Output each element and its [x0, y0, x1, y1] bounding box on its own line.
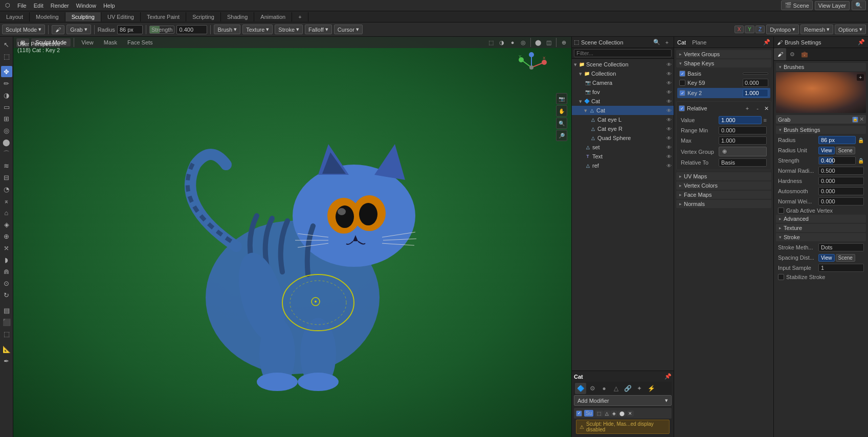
view-layer-selector[interactable]: View Layer: [815, 1, 850, 10]
brush-tab-workspace[interactable]: 💼: [798, 48, 811, 60]
menu-window[interactable]: Window: [73, 2, 99, 10]
sk-key2-check[interactable]: ✓: [679, 90, 685, 96]
outliner-add[interactable]: +: [662, 38, 672, 47]
tool-draw[interactable]: ✏: [1, 78, 12, 89]
eye-quad[interactable]: 👁: [666, 135, 672, 141]
tab-constraints[interactable]: 🔗: [622, 383, 633, 394]
tab-modifier[interactable]: ⚙: [587, 383, 598, 394]
tab-uv-editing[interactable]: UV Editing: [101, 12, 141, 21]
vp-icon-shading2[interactable]: ◑: [497, 38, 506, 47]
eye-eyer[interactable]: 👁: [666, 126, 672, 132]
menu-file[interactable]: File: [14, 2, 30, 10]
outliner-search-input[interactable]: [574, 49, 672, 57]
tab-sculpting[interactable]: Sculpting: [65, 12, 101, 21]
rel-chevron[interactable]: ✕: [764, 105, 769, 112]
nav-hand[interactable]: ✋: [556, 105, 567, 117]
eye-ref[interactable]: 👁: [666, 163, 672, 169]
rel-plus[interactable]: +: [743, 104, 752, 113]
outliner-cat-obj[interactable]: ▾ 🔷 Cat 👁: [572, 97, 674, 106]
strength-field[interactable]: 0.400: [818, 156, 856, 165]
axis-x[interactable]: X: [735, 26, 744, 33]
tab-data[interactable]: △: [610, 383, 621, 394]
autosmooth-field[interactable]: 0.000: [818, 187, 864, 195]
scene-selector[interactable]: 🎬 Scene: [781, 1, 813, 10]
normal-radius-field[interactable]: 0.500: [818, 167, 864, 175]
nav-zoom-out[interactable]: 🔍: [556, 118, 567, 129]
outliner-scene-collection[interactable]: ▾ 📁 Scene Collection 👁: [572, 60, 674, 69]
eye-set[interactable]: 👁: [666, 145, 672, 150]
vertex-group-selector[interactable]: ⊕: [719, 147, 767, 156]
menu-help[interactable]: Help: [100, 2, 118, 10]
sk-key59-check[interactable]: [679, 80, 685, 86]
eye-scene[interactable]: 👁: [666, 62, 672, 67]
uv-maps-section[interactable]: ▸ UV Maps: [676, 172, 771, 180]
tab-layout[interactable]: Layout: [0, 12, 30, 21]
tool-flatten[interactable]: ⊟: [1, 172, 12, 183]
tool-clay[interactable]: ◑: [1, 89, 12, 101]
tool-select[interactable]: ↖: [1, 39, 12, 50]
radius-view-btn[interactable]: View: [818, 147, 835, 154]
radius-input[interactable]: [117, 25, 143, 34]
brush-selector[interactable]: 🖌: [52, 25, 64, 34]
outliner-cat-mesh[interactable]: ▾ △ Cat 👁: [572, 106, 674, 115]
tool-pose[interactable]: ⋒: [1, 266, 12, 277]
max-field[interactable]: 1.000: [719, 136, 767, 145]
dyntopo-btn[interactable]: Dyntopo▾: [766, 25, 799, 34]
vp-xray[interactable]: ◫: [544, 38, 553, 47]
axis-y[interactable]: Y: [745, 26, 754, 33]
search-btn[interactable]: 🔍: [852, 1, 866, 10]
tool-crease[interactable]: ⌒: [1, 148, 12, 159]
vp-icon-shading1[interactable]: ⬚: [486, 38, 496, 47]
tab-physics[interactable]: ⚡: [646, 383, 657, 394]
tab-particles[interactable]: ✦: [634, 383, 645, 394]
spacing-scene-btn[interactable]: Scene: [836, 254, 855, 262]
vp-face-sets-menu[interactable]: Face Sets: [123, 38, 157, 47]
tab-animation[interactable]: Animation: [254, 12, 292, 21]
mod-enable[interactable]: ✓: [576, 410, 582, 417]
sk-key59[interactable]: Key 59 0.000: [677, 78, 770, 88]
strength-lock[interactable]: 🔒: [858, 158, 864, 164]
eye-cam[interactable]: 👁: [666, 80, 672, 86]
tool-elastic[interactable]: ⊕: [1, 231, 12, 242]
rel-minus[interactable]: -: [753, 104, 762, 113]
menu-blender[interactable]: ⬡: [2, 1, 13, 10]
tool-layer[interactable]: ⊞: [1, 113, 12, 124]
outliner-camera[interactable]: 📷 Camera 👁: [572, 78, 674, 87]
tab-shading[interactable]: Shading: [221, 12, 254, 21]
eye-cat-mesh[interactable]: 👁: [666, 108, 672, 113]
tab-object[interactable]: 🔷: [575, 383, 586, 394]
eye-eyel[interactable]: 👁: [666, 117, 672, 123]
normal-weight-field[interactable]: 0.000: [818, 197, 864, 205]
tab-scripting[interactable]: Scripting: [186, 12, 221, 21]
normals-section[interactable]: ▸ Normals: [676, 200, 771, 208]
tool-clay-strips[interactable]: ▭: [1, 101, 12, 112]
eye-col[interactable]: 👁: [666, 71, 672, 77]
brush-settings-section-header[interactable]: ▾ Brush Settings: [776, 126, 866, 134]
menu-render[interactable]: Render: [48, 2, 72, 10]
tool-trimming[interactable]: ⬚: [1, 328, 12, 339]
texture-dropdown[interactable]: Texture▾: [242, 25, 273, 34]
stroke-dropdown[interactable]: Stroke▾: [275, 25, 303, 34]
relative-check[interactable]: ✓: [679, 105, 685, 111]
spacing-view-btn[interactable]: View: [818, 254, 835, 262]
outliner-cat-eye-r[interactable]: △ Cat eye R 👁: [572, 124, 674, 133]
mod-icon-btn1[interactable]: ⬚: [595, 410, 603, 417]
tool-blob[interactable]: ⬤: [1, 136, 12, 148]
eye-fov[interactable]: 👁: [666, 89, 672, 95]
relative-to-field[interactable]: Basis: [719, 158, 767, 167]
tool-scrape[interactable]: ⌅: [1, 195, 12, 206]
outliner-ref[interactable]: △ ref 👁: [572, 161, 674, 170]
grab-selector[interactable]: Grab ▾: [66, 25, 91, 34]
tool-annotate[interactable]: ✒: [1, 355, 12, 366]
tool-mask[interactable]: ▤: [1, 305, 12, 316]
tool-rotate[interactable]: ↻: [1, 289, 12, 301]
mod-icon-btn4[interactable]: ⬤: [618, 410, 626, 417]
vp-icon-rendered[interactable]: ◎: [519, 38, 528, 47]
tool-fill[interactable]: ◔: [1, 183, 12, 195]
stabilize-check[interactable]: [778, 274, 784, 280]
tool-nudge[interactable]: ⊙: [1, 278, 12, 289]
outliner-set[interactable]: △ set 👁: [572, 143, 674, 152]
add-modifier-btn[interactable]: Add Modifier ▾: [574, 395, 672, 406]
range-min-field[interactable]: 0.000: [719, 126, 767, 134]
tab-texture-paint[interactable]: Texture Paint: [141, 12, 186, 21]
